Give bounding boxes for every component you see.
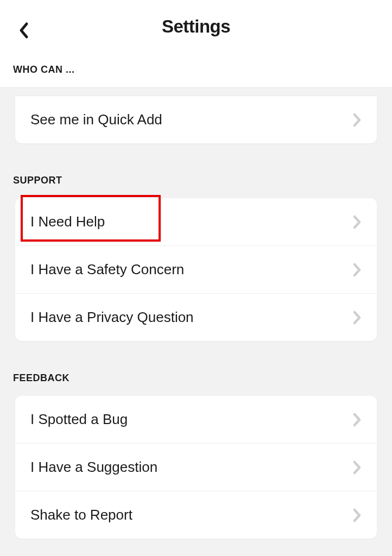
row-privacy-question[interactable]: I Have a Privacy Question: [15, 294, 377, 341]
group-who-can: See me in Quick Add: [15, 96, 377, 143]
row-label: See me in Quick Add: [30, 111, 162, 128]
section-label-who-can: WHO CAN ...: [13, 64, 75, 75]
chevron-right-icon: [353, 215, 362, 229]
chevron-right-icon: [353, 311, 362, 325]
row-label: Shake to Report: [30, 507, 132, 523]
row-shake-report[interactable]: Shake to Report: [15, 491, 377, 539]
row-i-need-help[interactable]: I Need Help: [15, 198, 377, 246]
chevron-right-icon: [353, 113, 362, 127]
row-suggestion[interactable]: I Have a Suggestion: [15, 444, 377, 491]
row-label: I Have a Privacy Question: [30, 309, 194, 326]
row-safety-concern[interactable]: I Have a Safety Concern: [15, 246, 377, 294]
row-label: I Have a Suggestion: [30, 459, 157, 476]
group-feedback: I Spotted a Bug I Have a Suggestion Shak…: [15, 396, 377, 539]
chevron-right-icon: [353, 508, 362, 522]
row-spotted-bug[interactable]: I Spotted a Bug: [15, 396, 377, 444]
chevron-right-icon: [353, 263, 362, 277]
row-label: I Spotted a Bug: [30, 411, 128, 428]
page-title: Settings: [0, 16, 392, 37]
row-label: I Have a Safety Concern: [30, 261, 184, 278]
chevron-right-icon: [353, 413, 362, 427]
section-label-support: SUPPORT: [13, 175, 379, 186]
chevron-right-icon: [353, 460, 362, 475]
content: See me in Quick Add SUPPORT I Need Help …: [0, 96, 392, 539]
header: Settings WHO CAN ...: [0, 0, 392, 88]
row-quick-add[interactable]: See me in Quick Add: [15, 96, 377, 143]
group-support: I Need Help I Have a Safety Concern I Ha…: [15, 198, 377, 341]
row-label: I Need Help: [30, 213, 105, 230]
section-label-feedback: FEEDBACK: [13, 372, 379, 384]
